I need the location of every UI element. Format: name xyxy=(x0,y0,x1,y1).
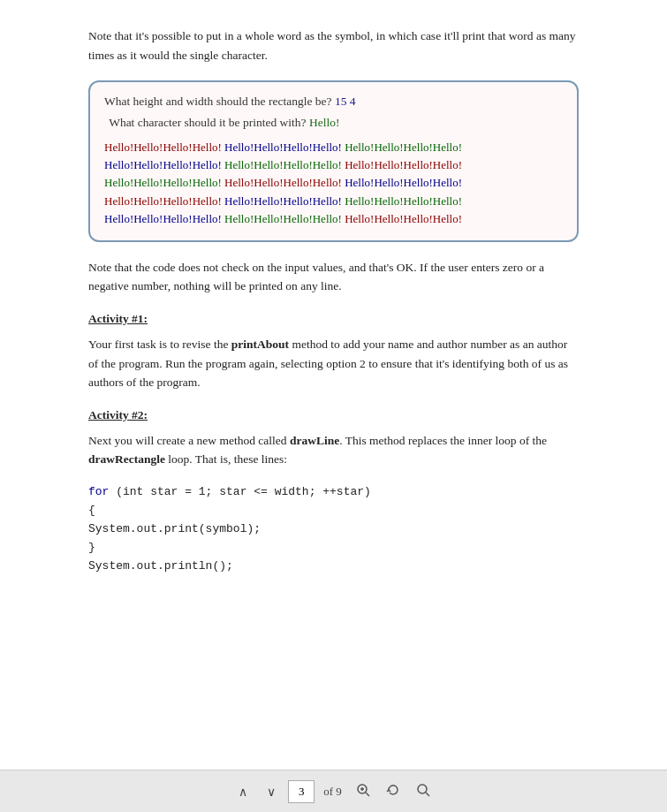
rotate-icon xyxy=(386,783,400,800)
terminal-prompt1: What height and width should the rectang… xyxy=(104,95,563,109)
prompt2-text: What character should it be printed with… xyxy=(109,116,309,129)
zoom-in-icon xyxy=(356,783,370,800)
code-block: for (int star = 1; star <= width; ++star… xyxy=(88,485,579,573)
prompt1-value: 15 4 xyxy=(335,95,356,108)
activity1-body: Your first task is to revise the printAb… xyxy=(88,335,579,392)
page-input-wrapper xyxy=(288,780,315,803)
zoom-in-button[interactable] xyxy=(351,779,375,804)
activity2-body: Next you will create a new method called… xyxy=(88,431,579,469)
output-line-1: Hello!Hello!Hello!Hello! Hello!Hello!Hel… xyxy=(104,139,563,156)
next-page-button[interactable]: ∨ xyxy=(260,781,283,802)
next-icon: ∨ xyxy=(267,785,276,799)
page-container: Note that it's possible to put in a whol… xyxy=(0,0,667,812)
prompt2-value: Hello! xyxy=(309,116,340,129)
page-number-input[interactable] xyxy=(288,780,315,803)
rotate-button[interactable] xyxy=(381,779,406,804)
printAbout-keyword: printAbout xyxy=(231,338,289,351)
drawLine-keyword: drawLine xyxy=(290,434,339,447)
output-line-3: Hello!Hello!Hello!Hello! Hello!Hello!Hel… xyxy=(104,174,563,192)
terminal-output: Hello!Hello!Hello!Hello! Hello!Hello!Hel… xyxy=(104,139,563,228)
drawRectangle-keyword: drawRectangle xyxy=(88,452,165,466)
prev-page-button[interactable]: ∧ xyxy=(231,781,254,802)
activity2-heading: Activity #2: xyxy=(88,408,579,422)
note-text: Note that the code does not check on the… xyxy=(88,258,579,296)
toolbar: ∧ ∨ of 9 xyxy=(0,770,667,812)
terminal-box: What height and width should the rectang… xyxy=(88,80,579,242)
output-line-2: Hello!Hello!Hello!Hello! Hello!Hello!Hel… xyxy=(104,156,563,174)
svg-point-4 xyxy=(418,785,427,793)
output-line-4: Hello!Hello!Hello!Hello! Hello!Hello!Hel… xyxy=(104,193,563,210)
code-line-5: System.out.println(); xyxy=(88,559,579,573)
code-line-4: } xyxy=(88,541,579,554)
activity1-heading: Activity #1: xyxy=(88,312,579,326)
page-of-label: of 9 xyxy=(320,785,345,799)
prev-icon: ∧ xyxy=(239,785,247,799)
terminal-prompt2: What character should it be printed with… xyxy=(104,116,563,130)
search-button[interactable] xyxy=(411,779,436,804)
code-line-3: System.out.print(symbol); xyxy=(88,522,579,535)
output-line-5: Hello!Hello!Hello!Hello! Hello!Hello!Hel… xyxy=(104,210,563,228)
intro-text: Note that it's possible to put in a whol… xyxy=(88,27,579,65)
code-line-1: for (int star = 1; star <= width; ++star… xyxy=(88,485,579,498)
page-content: Note that it's possible to put in a whol… xyxy=(0,0,667,770)
code-line-2: { xyxy=(88,504,579,517)
svg-line-5 xyxy=(426,793,429,796)
prompt1-text: What height and width should the rectang… xyxy=(104,95,335,108)
search-icon xyxy=(416,783,430,800)
svg-line-1 xyxy=(366,793,369,796)
